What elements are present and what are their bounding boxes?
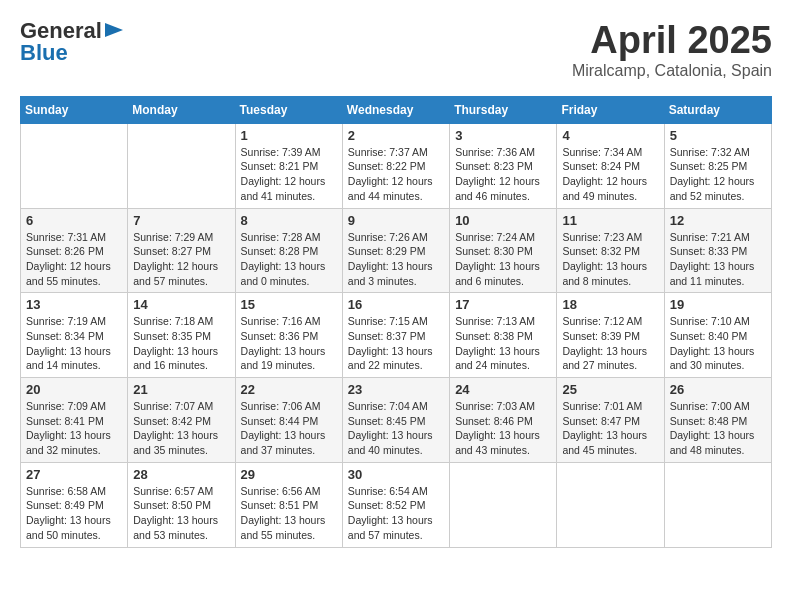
calendar-cell: 15Sunrise: 7:16 AM Sunset: 8:36 PM Dayli… (235, 293, 342, 378)
day-number: 9 (348, 213, 444, 228)
calendar-cell: 24Sunrise: 7:03 AM Sunset: 8:46 PM Dayli… (450, 378, 557, 463)
calendar-cell: 8Sunrise: 7:28 AM Sunset: 8:28 PM Daylig… (235, 208, 342, 293)
calendar-week-row: 13Sunrise: 7:19 AM Sunset: 8:34 PM Dayli… (21, 293, 772, 378)
logo-arrow-icon (105, 23, 123, 37)
calendar-cell: 20Sunrise: 7:09 AM Sunset: 8:41 PM Dayli… (21, 378, 128, 463)
calendar-cell: 25Sunrise: 7:01 AM Sunset: 8:47 PM Dayli… (557, 378, 664, 463)
calendar-cell: 16Sunrise: 7:15 AM Sunset: 8:37 PM Dayli… (342, 293, 449, 378)
day-info: Sunrise: 6:54 AM Sunset: 8:52 PM Dayligh… (348, 484, 444, 543)
day-info: Sunrise: 7:10 AM Sunset: 8:40 PM Dayligh… (670, 314, 766, 373)
calendar-cell (21, 123, 128, 208)
calendar-cell: 26Sunrise: 7:00 AM Sunset: 8:48 PM Dayli… (664, 378, 771, 463)
logo-text-blue: Blue (20, 42, 68, 64)
day-info: Sunrise: 7:00 AM Sunset: 8:48 PM Dayligh… (670, 399, 766, 458)
day-number: 20 (26, 382, 122, 397)
day-number: 30 (348, 467, 444, 482)
day-number: 6 (26, 213, 122, 228)
day-info: Sunrise: 7:29 AM Sunset: 8:27 PM Dayligh… (133, 230, 229, 289)
day-number: 10 (455, 213, 551, 228)
day-info: Sunrise: 6:56 AM Sunset: 8:51 PM Dayligh… (241, 484, 337, 543)
day-info: Sunrise: 7:36 AM Sunset: 8:23 PM Dayligh… (455, 145, 551, 204)
day-number: 15 (241, 297, 337, 312)
day-number: 7 (133, 213, 229, 228)
day-info: Sunrise: 7:31 AM Sunset: 8:26 PM Dayligh… (26, 230, 122, 289)
day-info: Sunrise: 7:37 AM Sunset: 8:22 PM Dayligh… (348, 145, 444, 204)
calendar-cell: 14Sunrise: 7:18 AM Sunset: 8:35 PM Dayli… (128, 293, 235, 378)
day-number: 29 (241, 467, 337, 482)
day-info: Sunrise: 7:24 AM Sunset: 8:30 PM Dayligh… (455, 230, 551, 289)
calendar-cell: 6Sunrise: 7:31 AM Sunset: 8:26 PM Daylig… (21, 208, 128, 293)
day-info: Sunrise: 7:16 AM Sunset: 8:36 PM Dayligh… (241, 314, 337, 373)
day-info: Sunrise: 7:26 AM Sunset: 8:29 PM Dayligh… (348, 230, 444, 289)
calendar-header-friday: Friday (557, 96, 664, 123)
day-info: Sunrise: 7:13 AM Sunset: 8:38 PM Dayligh… (455, 314, 551, 373)
day-number: 14 (133, 297, 229, 312)
month-title: April 2025 (572, 20, 772, 62)
calendar-cell: 21Sunrise: 7:07 AM Sunset: 8:42 PM Dayli… (128, 378, 235, 463)
svg-marker-0 (105, 23, 123, 37)
calendar-cell (557, 462, 664, 547)
calendar-cell: 4Sunrise: 7:34 AM Sunset: 8:24 PM Daylig… (557, 123, 664, 208)
day-number: 25 (562, 382, 658, 397)
calendar-cell: 23Sunrise: 7:04 AM Sunset: 8:45 PM Dayli… (342, 378, 449, 463)
calendar-header-sunday: Sunday (21, 96, 128, 123)
calendar-cell: 11Sunrise: 7:23 AM Sunset: 8:32 PM Dayli… (557, 208, 664, 293)
day-info: Sunrise: 7:23 AM Sunset: 8:32 PM Dayligh… (562, 230, 658, 289)
calendar-week-row: 6Sunrise: 7:31 AM Sunset: 8:26 PM Daylig… (21, 208, 772, 293)
calendar-cell: 30Sunrise: 6:54 AM Sunset: 8:52 PM Dayli… (342, 462, 449, 547)
calendar-cell: 28Sunrise: 6:57 AM Sunset: 8:50 PM Dayli… (128, 462, 235, 547)
day-number: 24 (455, 382, 551, 397)
day-number: 1 (241, 128, 337, 143)
calendar-cell: 12Sunrise: 7:21 AM Sunset: 8:33 PM Dayli… (664, 208, 771, 293)
day-info: Sunrise: 7:09 AM Sunset: 8:41 PM Dayligh… (26, 399, 122, 458)
day-info: Sunrise: 7:06 AM Sunset: 8:44 PM Dayligh… (241, 399, 337, 458)
day-number: 22 (241, 382, 337, 397)
logo-text-general: General (20, 20, 102, 42)
calendar-week-row: 27Sunrise: 6:58 AM Sunset: 8:49 PM Dayli… (21, 462, 772, 547)
day-number: 17 (455, 297, 551, 312)
calendar-table: SundayMondayTuesdayWednesdayThursdayFrid… (20, 96, 772, 548)
calendar-header-thursday: Thursday (450, 96, 557, 123)
day-number: 11 (562, 213, 658, 228)
calendar-cell: 5Sunrise: 7:32 AM Sunset: 8:25 PM Daylig… (664, 123, 771, 208)
day-number: 3 (455, 128, 551, 143)
day-info: Sunrise: 7:07 AM Sunset: 8:42 PM Dayligh… (133, 399, 229, 458)
day-info: Sunrise: 7:04 AM Sunset: 8:45 PM Dayligh… (348, 399, 444, 458)
day-number: 13 (26, 297, 122, 312)
calendar-cell: 22Sunrise: 7:06 AM Sunset: 8:44 PM Dayli… (235, 378, 342, 463)
calendar-week-row: 1Sunrise: 7:39 AM Sunset: 8:21 PM Daylig… (21, 123, 772, 208)
calendar-cell: 1Sunrise: 7:39 AM Sunset: 8:21 PM Daylig… (235, 123, 342, 208)
day-number: 23 (348, 382, 444, 397)
calendar-cell: 19Sunrise: 7:10 AM Sunset: 8:40 PM Dayli… (664, 293, 771, 378)
day-info: Sunrise: 7:18 AM Sunset: 8:35 PM Dayligh… (133, 314, 229, 373)
day-number: 27 (26, 467, 122, 482)
calendar-cell (128, 123, 235, 208)
day-info: Sunrise: 7:19 AM Sunset: 8:34 PM Dayligh… (26, 314, 122, 373)
day-info: Sunrise: 7:32 AM Sunset: 8:25 PM Dayligh… (670, 145, 766, 204)
day-info: Sunrise: 7:15 AM Sunset: 8:37 PM Dayligh… (348, 314, 444, 373)
day-number: 19 (670, 297, 766, 312)
calendar-cell: 18Sunrise: 7:12 AM Sunset: 8:39 PM Dayli… (557, 293, 664, 378)
day-info: Sunrise: 7:03 AM Sunset: 8:46 PM Dayligh… (455, 399, 551, 458)
day-info: Sunrise: 6:58 AM Sunset: 8:49 PM Dayligh… (26, 484, 122, 543)
day-info: Sunrise: 7:39 AM Sunset: 8:21 PM Dayligh… (241, 145, 337, 204)
calendar-cell: 2Sunrise: 7:37 AM Sunset: 8:22 PM Daylig… (342, 123, 449, 208)
calendar-cell (664, 462, 771, 547)
day-number: 8 (241, 213, 337, 228)
calendar-header-tuesday: Tuesday (235, 96, 342, 123)
calendar-cell: 7Sunrise: 7:29 AM Sunset: 8:27 PM Daylig… (128, 208, 235, 293)
day-number: 2 (348, 128, 444, 143)
calendar-cell: 17Sunrise: 7:13 AM Sunset: 8:38 PM Dayli… (450, 293, 557, 378)
day-info: Sunrise: 7:21 AM Sunset: 8:33 PM Dayligh… (670, 230, 766, 289)
calendar-week-row: 20Sunrise: 7:09 AM Sunset: 8:41 PM Dayli… (21, 378, 772, 463)
calendar-cell: 13Sunrise: 7:19 AM Sunset: 8:34 PM Dayli… (21, 293, 128, 378)
day-number: 18 (562, 297, 658, 312)
calendar-cell: 27Sunrise: 6:58 AM Sunset: 8:49 PM Dayli… (21, 462, 128, 547)
calendar-header-saturday: Saturday (664, 96, 771, 123)
day-number: 16 (348, 297, 444, 312)
title-block: April 2025 Miralcamp, Catalonia, Spain (572, 20, 772, 80)
page-header: General Blue April 2025 Miralcamp, Catal… (20, 20, 772, 80)
day-number: 26 (670, 382, 766, 397)
calendar-header-row: SundayMondayTuesdayWednesdayThursdayFrid… (21, 96, 772, 123)
day-info: Sunrise: 6:57 AM Sunset: 8:50 PM Dayligh… (133, 484, 229, 543)
